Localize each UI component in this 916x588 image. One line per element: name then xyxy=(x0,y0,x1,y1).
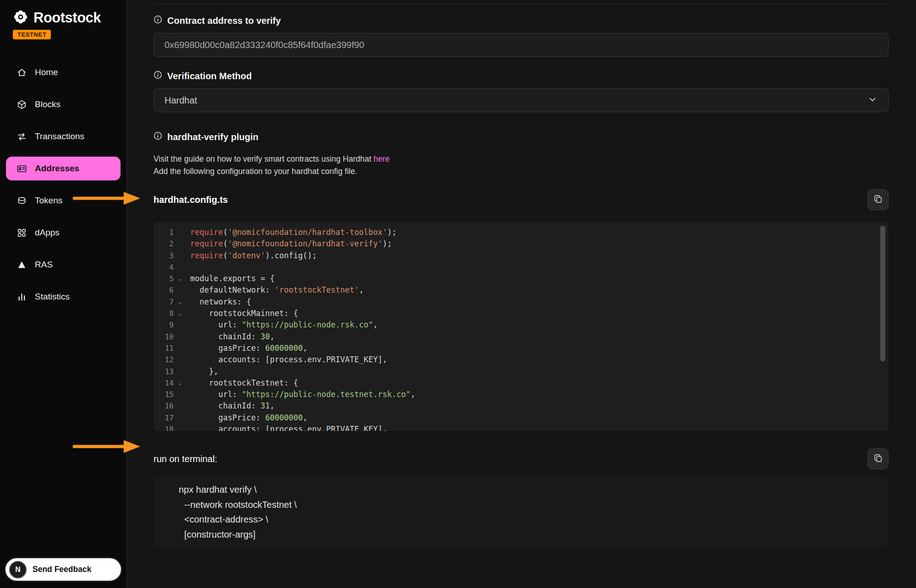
feedback-label: Send Feedback xyxy=(33,565,91,574)
sidebar-item-label: Addresses xyxy=(35,163,79,174)
copy-icon xyxy=(873,453,883,464)
sidebar: Rootstock TESTNET HomeBlocksTransactions… xyxy=(0,0,127,588)
fold-spacer xyxy=(174,412,186,424)
terminal-line: [constructor-args] xyxy=(179,527,889,542)
fold-spacer xyxy=(174,400,186,412)
line-number: 10 xyxy=(154,331,174,343)
code-text xyxy=(186,261,190,273)
code-line: 9 url: "https://public-node.rsk.co", xyxy=(154,319,889,331)
home-icon xyxy=(16,67,27,78)
rootstock-logo-icon xyxy=(13,9,28,27)
code-line: 15 url: "https://public-node.testnet.rsk… xyxy=(154,389,889,400)
line-number: 1 xyxy=(154,227,174,238)
code-text: rootstockMainnet: { xyxy=(186,308,298,319)
code-line: 7⌄ networks: { xyxy=(154,296,889,308)
line-number: 2 xyxy=(154,238,174,250)
code-line: 5⌄module.exports = { xyxy=(154,273,889,284)
sidebar-item-home[interactable]: Home xyxy=(6,60,121,84)
fold-spacer xyxy=(174,331,186,343)
code-line: 2require('@nomicfoundation/hardhat-verif… xyxy=(154,238,889,250)
fold-spacer xyxy=(174,343,186,354)
code-line: 17 gasPrice: 60000000, xyxy=(154,412,889,424)
code-text: accounts: [process.env.PRIVATE_KEY], xyxy=(186,424,387,431)
line-number: 11 xyxy=(154,343,174,354)
fold-chevron-icon[interactable]: ⌄ xyxy=(174,273,186,284)
code-text: require('dotenv').config(); xyxy=(186,250,317,261)
code-text: accounts: [process.env.PRIVATE_KEY], xyxy=(186,354,387,365)
line-number: 17 xyxy=(154,412,174,424)
transactions-icon xyxy=(16,131,27,142)
sidebar-item-tokens[interactable]: Tokens xyxy=(6,189,121,212)
addresses-icon xyxy=(16,163,27,174)
sidebar-item-label: Transactions xyxy=(35,131,84,142)
app-root: Rootstock TESTNET HomeBlocksTransactions… xyxy=(0,0,916,588)
code-text: require('@nomicfoundation/hardhat-toolbo… xyxy=(186,227,396,238)
code-text: url: "https://public-node.rsk.co", xyxy=(186,319,378,331)
sidebar-item-transactions[interactable]: Transactions xyxy=(6,125,121,148)
logo[interactable]: Rootstock xyxy=(0,0,126,27)
sidebar-nav: HomeBlocksTransactionsAddressesTokensdAp… xyxy=(0,60,126,309)
code-line: 10 chainId: 30, xyxy=(154,331,889,343)
verification-method-select[interactable]: Hardhat xyxy=(154,88,889,112)
sidebar-item-blocks[interactable]: Blocks xyxy=(6,93,121,116)
sidebar-item-addresses[interactable]: Addresses xyxy=(6,157,121,180)
code-line: 8⌄ rootstockMainnet: { xyxy=(154,308,889,319)
code-text: gasPrice: 60000000, xyxy=(186,412,307,424)
sidebar-item-label: Statistics xyxy=(35,292,70,302)
code-line: 1require('@nomicfoundation/hardhat-toolb… xyxy=(154,227,889,238)
contract-address-label: Contract address to verify xyxy=(154,15,889,26)
line-number: 18 xyxy=(154,424,174,431)
copy-terminal-button[interactable] xyxy=(867,448,889,469)
code-text: module.exports = { xyxy=(186,273,274,284)
sidebar-item-label: RAS xyxy=(35,260,53,270)
sidebar-item-ras[interactable]: RAS xyxy=(6,253,121,277)
line-number: 16 xyxy=(154,400,174,412)
verification-method-label: Verification Method xyxy=(154,71,889,82)
line-number: 9 xyxy=(154,319,174,331)
code-editor[interactable]: 1require('@nomicfoundation/hardhat-toolb… xyxy=(154,222,889,431)
chevron-down-icon xyxy=(867,94,878,107)
code-line: 11 gasPrice: 60000000, xyxy=(154,343,889,354)
contract-address-input[interactable]: 0x69980d00c0a82d333240f0c85f64f0dfae399f… xyxy=(154,33,889,57)
terminal-line: <contract-address> \ xyxy=(179,512,889,527)
code-line: 4 xyxy=(154,261,889,273)
sidebar-item-label: Tokens xyxy=(35,196,62,206)
terminal-command[interactable]: npx hardhat verify \--network rootstockT… xyxy=(154,477,889,547)
plugin-section-title: hardhat-verify plugin xyxy=(154,131,889,142)
testnet-badge: TESTNET xyxy=(13,30,51,39)
statistics-icon xyxy=(16,291,27,302)
code-line: 18 accounts: [process.env.PRIVATE_KEY], xyxy=(154,424,889,431)
fold-chevron-icon[interactable]: ⌄ xyxy=(174,296,186,308)
sidebar-item-statistics[interactable]: Statistics xyxy=(6,285,121,309)
info-icon xyxy=(154,71,162,82)
send-feedback-button[interactable]: N Send Feedback xyxy=(5,557,122,582)
line-number: 4 xyxy=(154,261,174,273)
fold-spacer xyxy=(174,424,186,431)
fold-spacer xyxy=(174,238,186,250)
info-icon xyxy=(154,15,162,26)
sidebar-item-label: Blocks xyxy=(35,99,60,109)
code-text: rootstockTestnet: { xyxy=(186,377,298,389)
fold-spacer xyxy=(174,366,186,377)
code-lines: 1require('@nomicfoundation/hardhat-toolb… xyxy=(154,227,889,431)
plugin-description: Visit the guide on how to verify smart c… xyxy=(154,153,889,178)
terminal-line: --network rootstockTestnet \ xyxy=(179,497,889,512)
code-text: require('@nomicfoundation/hardhat-verify… xyxy=(186,238,392,250)
sidebar-item-dapps[interactable]: dApps xyxy=(6,221,121,245)
fold-spacer xyxy=(174,261,186,273)
fold-chevron-icon[interactable]: ⌄ xyxy=(174,377,186,389)
line-number: 13 xyxy=(154,366,174,377)
code-line: 3require('dotenv').config(); xyxy=(154,250,889,261)
fold-spacer xyxy=(174,319,186,331)
copy-icon xyxy=(873,194,883,205)
fold-spacer xyxy=(174,250,186,261)
fold-spacer xyxy=(174,284,186,296)
feedback-avatar: N xyxy=(9,561,27,578)
guide-link[interactable]: here xyxy=(373,154,389,163)
tokens-icon xyxy=(16,195,27,206)
sidebar-item-label: dApps xyxy=(35,228,60,238)
ras-icon xyxy=(16,259,27,270)
copy-config-button[interactable] xyxy=(867,189,889,210)
fold-chevron-icon[interactable]: ⌄ xyxy=(174,308,186,319)
code-scrollbar[interactable] xyxy=(880,226,885,361)
